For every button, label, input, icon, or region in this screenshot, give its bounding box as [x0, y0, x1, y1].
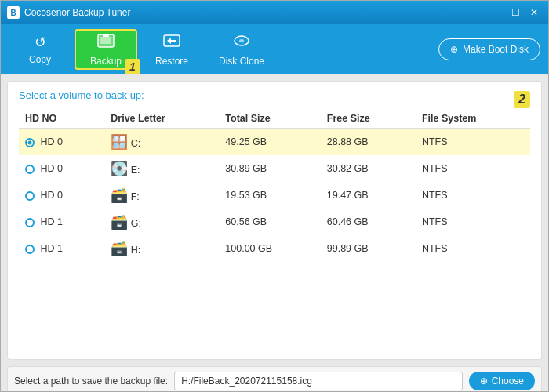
drive-icon-usb: 💽	[111, 161, 128, 176]
path-bar: Select a path to save the backup file: ⊕…	[7, 366, 542, 392]
cell-driveletter: 🗃️ F:	[104, 182, 219, 209]
cell-hdno: HD 0	[19, 129, 104, 156]
diskclone-label: Disk Clone	[219, 56, 264, 67]
backup-button[interactable]: Backup 1	[75, 29, 137, 70]
cell-filesystem: NTFS	[416, 235, 530, 262]
path-input[interactable]	[174, 372, 463, 390]
cell-freesize: 30.82 GB	[321, 155, 416, 182]
cell-driveletter: 🪟 C:	[104, 129, 219, 156]
table-row[interactable]: HD 0 💽 E: 30.89 GB 30.82 GB NTFS	[19, 155, 530, 182]
cell-totalsize: 30.89 GB	[219, 155, 320, 182]
radio-circle[interactable]	[25, 165, 35, 174]
backup-icon	[97, 33, 115, 53]
drive-table: HD NO Drive Letter Total Size Free Size …	[19, 109, 530, 262]
backup-label: Backup	[90, 56, 122, 67]
drive-icon-disk: 🗃️	[111, 187, 128, 203]
badge-1: 1	[125, 59, 140, 74]
make-boot-label: Make Boot Disk	[463, 44, 529, 55]
restore-button[interactable]: Restore	[140, 29, 203, 70]
title-bar: B Cocosenor Backup Tuner — ☐ ✕	[1, 1, 548, 24]
cell-totalsize: 49.25 GB	[219, 129, 320, 156]
maximize-button[interactable]: ☐	[507, 5, 523, 20]
cell-driveletter: 🗃️ H:	[104, 235, 219, 262]
cell-filesystem: NTFS	[416, 209, 530, 235]
cell-filesystem: NTFS	[416, 129, 530, 156]
copy-icon: ↺	[35, 34, 46, 51]
cell-freesize: 60.46 GB	[321, 209, 416, 235]
restore-label: Restore	[155, 56, 188, 67]
choose-plus-icon: ⊕	[480, 376, 488, 387]
radio-circle[interactable]	[25, 191, 35, 201]
title-bar-left: B Cocosenor Backup Tuner	[7, 6, 130, 19]
choose-button[interactable]: ⊕ Choose	[469, 372, 535, 390]
app-icon: B	[7, 6, 20, 19]
table-row[interactable]: HD 1 🗃️ H: 100.00 GB 99.89 GB NTFS	[19, 235, 530, 262]
cell-hdno: HD 0	[19, 182, 104, 209]
col-hdno: HD NO	[19, 109, 104, 129]
path-label: Select a path to save the backup file:	[14, 376, 168, 387]
cell-filesystem: NTFS	[416, 182, 530, 209]
copy-button[interactable]: ↺ Copy	[9, 29, 71, 70]
cell-freesize: 19.47 GB	[321, 182, 416, 209]
table-row[interactable]: HD 1 🗃️ G: 60.56 GB 60.46 GB NTFS	[19, 209, 530, 235]
col-driveletter: Drive Letter	[104, 109, 219, 129]
table-row[interactable]: HD 0 🪟 C: 49.25 GB 28.88 GB NTFS	[19, 129, 530, 156]
radio-circle[interactable]	[25, 138, 35, 147]
copy-label: Copy	[29, 54, 51, 65]
table-row[interactable]: HD 0 🗃️ F: 19.53 GB 19.47 GB NTFS	[19, 182, 530, 209]
cell-totalsize: 19.53 GB	[219, 182, 320, 209]
svg-rect-2	[103, 34, 109, 37]
toolbar-right: ⊕ Make Boot Disk	[438, 38, 540, 60]
choose-label: Choose	[492, 376, 524, 387]
cell-driveletter: 🗃️ G:	[104, 209, 219, 235]
minimize-button[interactable]: —	[489, 5, 504, 20]
col-totalsize: Total Size	[219, 109, 320, 129]
cell-hdno: HD 1	[19, 209, 104, 235]
cell-totalsize: 60.56 GB	[219, 209, 320, 235]
main-content: Select a volume to back up: 2 HD NO Driv…	[7, 81, 542, 360]
cell-driveletter: 💽 E:	[104, 155, 219, 182]
drive-icon-disk: 🗃️	[111, 241, 128, 256]
diskclone-button[interactable]: Disk Clone	[206, 29, 277, 70]
cell-hdno: HD 0	[19, 155, 104, 182]
cell-totalsize: 100.00 GB	[219, 235, 320, 262]
drive-icon-windows: 🪟	[111, 134, 128, 150]
radio-circle[interactable]	[25, 218, 35, 227]
cell-hdno: HD 1	[19, 235, 104, 262]
badge-2: 2	[514, 91, 530, 108]
make-boot-disk-button[interactable]: ⊕ Make Boot Disk	[438, 38, 540, 60]
diskclone-icon	[233, 33, 250, 53]
window-controls: — ☐ ✕	[489, 5, 542, 20]
radio-circle[interactable]	[25, 245, 35, 254]
cell-filesystem: NTFS	[416, 155, 530, 182]
app-title: Cocosenor Backup Tuner	[24, 7, 130, 18]
cell-freesize: 28.88 GB	[321, 129, 416, 156]
col-filesystem: File System	[416, 109, 530, 129]
cell-freesize: 99.89 GB	[321, 235, 416, 262]
close-button[interactable]: ✕	[526, 5, 542, 20]
svg-point-5	[239, 39, 244, 42]
col-freesize: Free Size	[321, 109, 416, 129]
section-title: Select a volume to back up:	[19, 89, 144, 101]
restore-icon	[163, 33, 180, 53]
make-boot-icon: ⊕	[450, 44, 458, 55]
toolbar: ↺ Copy Backup 1 Restore Dis	[1, 24, 548, 74]
drive-icon-disk: 🗃️	[111, 214, 128, 230]
svg-rect-1	[100, 37, 111, 44]
